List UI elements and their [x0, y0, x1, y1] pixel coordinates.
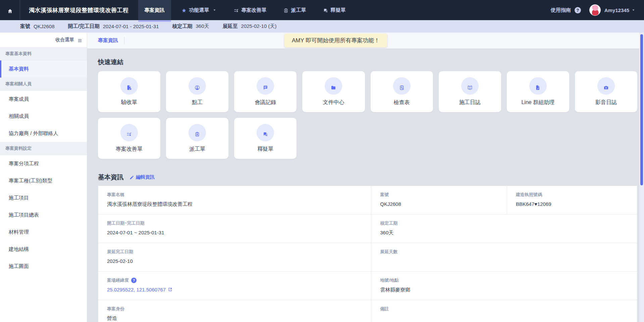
- table-row: 展延完工日期 2025-02-10 展延天數: [98, 243, 637, 272]
- chat-icon: [323, 8, 328, 13]
- star-icon: [181, 8, 186, 13]
- chevron-down-icon: [212, 8, 217, 13]
- sidebar-item-material-management[interactable]: 材料管理: [0, 224, 87, 241]
- table-row: 專案身份 營造 備註: [98, 300, 637, 322]
- tab-label: 專案資訊: [145, 7, 165, 13]
- checklist-icon: [126, 130, 132, 135]
- coordinates-help-icon[interactable]: ?: [131, 278, 137, 283]
- cell-case-no: 案號 QKJ2608: [371, 186, 507, 214]
- sidebar-item-related-members[interactable]: 相關成員: [0, 108, 87, 125]
- book-icon: [467, 83, 473, 89]
- collapse-menu-label: 收合選單: [55, 37, 74, 43]
- info-extension: 展延至 2025-02-10 (天): [223, 23, 277, 30]
- quick-link-media-log[interactable]: 影音日誌: [575, 71, 637, 112]
- person-icon: [195, 83, 200, 89]
- table-row: 案場經緯度 ? 25.0295522, 121.5060767 地號/地點: [98, 272, 637, 300]
- chevron-down-icon: [631, 8, 636, 13]
- pencil-icon: [129, 175, 134, 180]
- badge-icon: [195, 130, 200, 135]
- badge-icon: [283, 8, 288, 13]
- cell-license-no: 建造執照號碼 BBK647♥12069: [507, 186, 637, 214]
- cell-start-end-dates: 開工日期~完工日期 2024-07-01 ~ 2025-01-31: [98, 215, 371, 243]
- sidebar-item-construction-summary[interactable]: 施工項目總表: [0, 206, 87, 224]
- cell-extended-completion-date: 展延完工日期 2025-02-10: [98, 243, 371, 271]
- quick-link-improvement-form[interactable]: 專案改善單: [98, 118, 160, 159]
- tab-project-info[interactable]: 專案資訊: [138, 0, 171, 20]
- main-area: 專案資訊 快速連結 驗收單 點工 會議記錄: [87, 33, 644, 322]
- sidebar: 收合選單 專案基本資料 基本資料 專案相關人員 專案成員 相關成員 協力廠商 /…: [0, 33, 87, 322]
- external-link-icon: [168, 287, 173, 292]
- quick-link-dispatch-form[interactable]: 派工單: [166, 118, 228, 159]
- info-case-no: 案號 QKJ2608: [20, 23, 55, 30]
- sidebar-item-project-members[interactable]: 專案成員: [0, 91, 87, 108]
- content: 快速連結 驗收單 點工 會議記錄 文件中心: [87, 49, 644, 322]
- file-edit-icon: [535, 83, 541, 89]
- basic-info-table: 專案名稱 濁水溪張林厝寮堤段整體環境改善工程 案號 QKJ2608 建造執照號碼…: [98, 186, 637, 322]
- cell-site-coordinates: 案場經緯度 ? 25.0295522, 121.5060767: [98, 272, 371, 300]
- sidebar-section-basic: 專案基本資料: [0, 47, 87, 60]
- avatar[interactable]: [589, 4, 601, 16]
- quick-link-meeting-records[interactable]: 會議記錄: [234, 71, 297, 112]
- collapse-menu-button[interactable]: 收合選單: [0, 33, 87, 47]
- quick-link-clarification-form[interactable]: 釋疑單: [234, 118, 297, 159]
- project-info-bar: 案號 QKJ2608 開工/完工日期 2024-07-01 - 2025-01-…: [0, 20, 644, 33]
- hamburger-icon: [77, 38, 82, 42]
- info-dates: 開工/完工日期 2024-07-01 - 2025-01-31: [68, 23, 159, 30]
- quick-link-document-center[interactable]: 文件中心: [302, 71, 365, 112]
- quick-link-checklist[interactable]: 檢查表: [371, 71, 433, 112]
- user-guide-link[interactable]: 使用指南: [551, 7, 571, 13]
- chat-icon: [263, 130, 268, 135]
- toast-notification: AMY 即可開始使用所有專案功能！: [284, 34, 387, 47]
- question-circle-icon[interactable]: ?: [575, 7, 581, 13]
- cell-location: 地號/地點 雲林縣麥寮鄉: [371, 272, 637, 300]
- folder-icon: [331, 83, 336, 89]
- tab-label: 專案改善單: [241, 7, 267, 13]
- edit-info-button[interactable]: 編輯資訊: [129, 174, 155, 180]
- breadcrumb-current[interactable]: 專案資訊: [98, 37, 118, 44]
- tab-dispatch-form[interactable]: 派工單: [277, 0, 313, 20]
- sidebar-section-settings: 專案資料設定: [0, 142, 87, 155]
- tab-function-menu[interactable]: 功能選單: [175, 0, 223, 20]
- scrollbar-track[interactable]: [639, 33, 644, 322]
- cell-extended-days: 展延天數: [371, 243, 637, 271]
- tab-label: 釋疑單: [331, 7, 346, 13]
- sidebar-item-sub-projects[interactable]: 專案分項工程: [0, 155, 87, 172]
- tab-improvement-form[interactable]: 專案改善單: [227, 0, 273, 20]
- sidebar-item-site-structure[interactable]: 建地結構: [0, 241, 87, 258]
- camera-icon: [603, 83, 609, 89]
- sidebar-section-members: 專案相關人員: [0, 78, 87, 91]
- sidebar-item-construction-drawings[interactable]: 施工圖面: [0, 258, 87, 275]
- info-approved-duration: 核定工期 360天: [172, 23, 209, 30]
- top-nav: 濁水溪張林厝寮堤段整體環境改善工程 專案資訊 功能選單 專案改善單 派工單 釋疑…: [0, 0, 644, 20]
- quick-link-day-labor[interactable]: 點工: [166, 71, 228, 112]
- scrollbar-thumb[interactable]: [640, 34, 643, 185]
- home-icon: [7, 7, 13, 13]
- sidebar-item-contractors[interactable]: 協力廠商 / 外部聯絡人: [0, 125, 87, 142]
- chat-list-icon: [263, 83, 268, 89]
- tab-label: 功能選單: [189, 7, 209, 13]
- coordinates-link[interactable]: 25.0295522, 121.5060767: [107, 287, 173, 292]
- tab-clarification-form[interactable]: 釋疑單: [317, 0, 352, 20]
- sidebar-item-work-types[interactable]: 專案工種(工別)類型: [0, 172, 87, 189]
- user-menu[interactable]: Amy12345: [604, 7, 636, 13]
- table-row: 專案名稱 濁水溪張林厝寮堤段整體環境改善工程 案號 QKJ2608 建造執照號碼…: [98, 186, 637, 215]
- quick-link-acceptance-form[interactable]: 驗收單: [98, 71, 160, 112]
- cell-remark: 備註: [371, 300, 637, 322]
- quick-link-construction-log[interactable]: 施工日誌: [439, 71, 501, 112]
- cell-approved-duration: 核定工期 360天: [371, 215, 637, 243]
- sidebar-item-construction-items[interactable]: 施工項目: [0, 189, 87, 206]
- project-title: 濁水溪張林厝寮堤段整體環境改善工程: [20, 0, 138, 20]
- cell-project-name: 專案名稱 濁水溪張林厝寮堤段整體環境改善工程: [98, 186, 371, 214]
- checklist-icon: [234, 8, 239, 13]
- sidebar-item-basic-info[interactable]: 基本資料: [0, 60, 87, 78]
- nav-tabs: 專案資訊 功能選單 專案改善單 派工單 釋疑單: [138, 0, 356, 20]
- quick-links-title: 快速連結: [98, 58, 637, 66]
- file-gear-icon: [126, 83, 132, 89]
- breadcrumb-divider: [124, 37, 124, 44]
- home-button[interactable]: [0, 0, 20, 20]
- table-row: 開工日期~完工日期 2024-07-01 ~ 2025-01-31 核定工期 3…: [98, 215, 637, 243]
- quick-links-grid: 驗收單 點工 會議記錄 文件中心 檢查表: [98, 71, 637, 159]
- clipboard-search-icon: [399, 83, 405, 89]
- quick-link-line-assistant[interactable]: Line 群組助理: [507, 71, 569, 112]
- tab-label: 派工單: [291, 7, 306, 13]
